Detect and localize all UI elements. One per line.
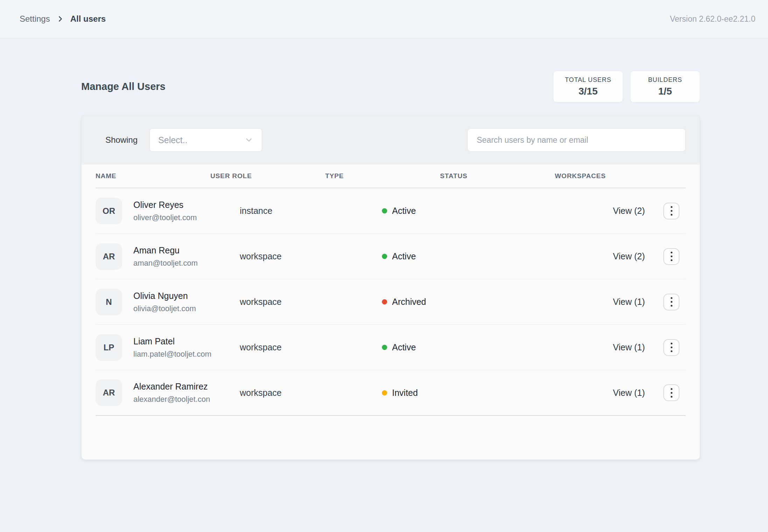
status-filter-value: Select.. — [158, 135, 244, 145]
main-content: Manage All Users TOTAL USERS 3/15 BUILDE… — [81, 71, 700, 460]
row-menu-button[interactable] — [663, 203, 679, 219]
view-workspaces-link[interactable]: View (2) — [613, 206, 663, 216]
status-filter-select[interactable]: Select.. — [149, 128, 262, 152]
status-dot-icon — [382, 299, 387, 304]
version-label: Version 2.62.0-ee2.21.0 — [670, 14, 755, 24]
user-name: Oliver Reyes — [133, 200, 197, 210]
kebab-icon — [671, 252, 672, 253]
breadcrumb: Settings All users — [20, 14, 106, 24]
user-email: alexander@tooljet.con — [133, 395, 210, 404]
builders-label: BUILDERS — [640, 76, 691, 84]
view-workspaces-link[interactable]: View (1) — [613, 297, 663, 307]
status-dot-icon — [382, 345, 387, 350]
topbar: Settings All users Version 2.62.0-ee2.21… — [0, 0, 768, 38]
user-name: Olivia Nguyen — [133, 291, 196, 301]
user-email: olivia@tooljet.com — [133, 304, 196, 313]
chevron-right-icon — [56, 15, 64, 23]
status-badge: Archived — [392, 297, 426, 307]
builders-value: 1/5 — [640, 86, 691, 97]
table-row: LP Liam Patel liam.patel@tooljet.com wor… — [96, 325, 686, 370]
column-header-status: STATUS — [440, 172, 555, 180]
user-email: oliver@tooljet.com — [133, 213, 197, 222]
status-badge: Active — [392, 251, 416, 261]
row-menu-button[interactable] — [663, 384, 679, 401]
view-workspaces-link[interactable]: View (2) — [613, 251, 663, 261]
user-email: liam.patel@tooljet.com — [133, 350, 211, 359]
table-row: OR Oliver Reyes oliver@tooljet.com insta… — [96, 188, 686, 234]
avatar: AR — [96, 243, 122, 270]
filter-band: Showing Select.. — [82, 115, 700, 164]
status-dot-icon — [382, 390, 387, 396]
status-badge: Invited — [392, 388, 418, 398]
user-name: Alexander Ramirez — [133, 382, 210, 392]
table-header: NAME USER ROLE TYPE STATUS WORKSPACES — [96, 164, 686, 188]
user-name: Aman Regu — [133, 245, 198, 255]
row-menu-button[interactable] — [663, 248, 679, 265]
column-header-workspaces: WORKSPACES — [555, 172, 663, 180]
total-users-value: 3/15 — [563, 86, 614, 97]
showing-label: Showing — [105, 135, 138, 145]
view-workspaces-link[interactable]: View (1) — [613, 388, 663, 398]
column-header-name: NAME — [96, 172, 210, 180]
view-workspaces-link[interactable]: View (1) — [613, 342, 663, 352]
avatar: AR — [96, 379, 122, 406]
column-header-type: TYPE — [325, 172, 440, 180]
table-row: AR Alexander Ramirez alexander@tooljet.c… — [96, 370, 686, 416]
avatar: LP — [96, 334, 122, 361]
user-email: aman@tooljet.com — [133, 259, 198, 268]
status-dot-icon — [382, 208, 387, 214]
breadcrumb-settings[interactable]: Settings — [20, 14, 50, 24]
table-row: N Olivia Nguyen olivia@tooljet.com works… — [96, 279, 686, 325]
stat-cards: TOTAL USERS 3/15 BUILDERS 1/5 — [553, 71, 700, 103]
page-title: Manage All Users — [81, 81, 166, 92]
kebab-icon — [671, 297, 672, 299]
breadcrumb-all-users: All users — [70, 14, 106, 24]
total-users-label: TOTAL USERS — [563, 76, 614, 84]
chevron-down-icon — [244, 135, 253, 145]
column-header-user-role: USER ROLE — [210, 172, 325, 180]
row-menu-button[interactable] — [663, 294, 679, 310]
user-role: workspace — [240, 342, 382, 352]
user-role: workspace — [240, 251, 382, 261]
builders-card: BUILDERS 1/5 — [630, 71, 700, 103]
avatar: OR — [96, 198, 122, 224]
search-input[interactable] — [467, 128, 686, 152]
kebab-icon — [671, 206, 672, 208]
user-role: instance — [240, 206, 382, 216]
users-table: NAME USER ROLE TYPE STATUS WORKSPACES OR… — [82, 164, 700, 416]
total-users-card: TOTAL USERS 3/15 — [553, 71, 623, 103]
user-name: Liam Patel — [133, 336, 211, 346]
kebab-icon — [671, 388, 672, 390]
status-dot-icon — [382, 254, 387, 259]
kebab-icon — [671, 343, 672, 344]
row-menu-button[interactable] — [663, 339, 679, 356]
avatar: N — [96, 289, 122, 315]
status-badge: Active — [392, 342, 416, 352]
user-role: workspace — [240, 297, 382, 307]
table-body: OR Oliver Reyes oliver@tooljet.com insta… — [96, 188, 686, 416]
table-row: AR Aman Regu aman@tooljet.com workspace … — [96, 234, 686, 279]
users-panel: Showing Select.. NAME USER ROLE TYPE STA… — [81, 115, 700, 460]
user-role: workspace — [240, 388, 382, 398]
status-badge: Active — [392, 206, 416, 216]
